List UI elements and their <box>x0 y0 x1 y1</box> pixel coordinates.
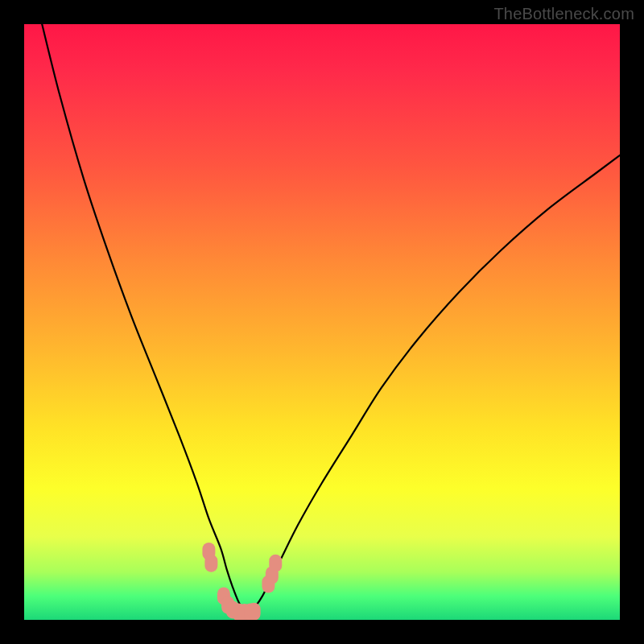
watermark-text: TheBottleneck.com <box>493 5 634 23</box>
marker <box>248 603 261 620</box>
bottleneck-curve <box>42 24 620 612</box>
chart-frame: TheBottleneck.com <box>0 0 644 644</box>
marker <box>269 555 282 572</box>
near-optimal-markers <box>202 543 282 620</box>
chart-svg <box>24 24 620 620</box>
chart-plot-area <box>24 24 620 620</box>
marker <box>204 555 217 572</box>
